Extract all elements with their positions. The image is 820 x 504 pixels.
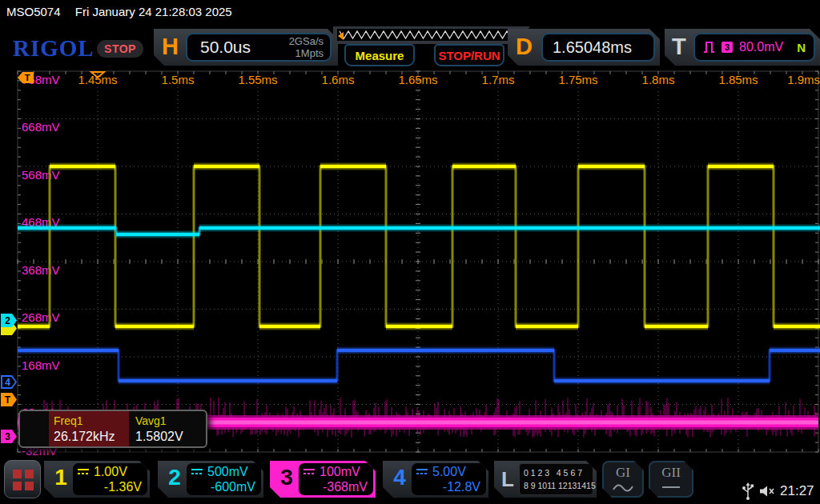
trigger-level-tab[interactable]: T (1, 393, 17, 406)
stop-run-button[interactable]: STOP/RUN (434, 44, 504, 66)
dc-coupling-icon (191, 468, 203, 476)
channel-scale: 100mV (320, 465, 360, 479)
trigger-sweep-mode: N (797, 41, 806, 54)
volt-label: 668mV (22, 120, 60, 134)
ribbon-strip (337, 29, 517, 41)
channel-offset: -368mV (303, 480, 369, 494)
timebase-value: 50.0us (200, 38, 251, 57)
model-name: MSO5074 (6, 5, 61, 18)
channel-offset: -600mV (191, 480, 257, 494)
channel-scale: 1.00V (94, 465, 127, 479)
h-label: H (162, 34, 179, 60)
bottom-status-bar: 1 1.00V -1.36V 2 (0, 456, 820, 504)
datetime: Fri January 24 21:28:03 2025 (75, 5, 232, 18)
stop-run-label: STOP/RUN (438, 49, 500, 62)
channel-number: 4 (389, 465, 410, 490)
time-label: 1.6ms (322, 73, 355, 86)
logic-row2: 8 9 1011 12131415 (524, 481, 596, 490)
clock: 21:27 (780, 483, 814, 499)
logic-channel-list: 0 1 2 3 4 5 6 78 9 1011 12131415 (519, 463, 593, 495)
time-label: 1.8ms (642, 73, 675, 86)
channel-number: 3 (276, 465, 297, 490)
trigger-level-value: 80.0mV (739, 40, 783, 54)
channel1-box[interactable]: 1 1.00V -1.36V (44, 461, 150, 498)
sample-rate: 2GSa/s (289, 35, 324, 47)
ribbon-left-arrow-icon (338, 32, 344, 40)
channel4-box[interactable]: 4 5.00V -12.8V (383, 461, 488, 498)
measurement-item-vavg1[interactable]: Vavg1 1.5802V (131, 411, 207, 446)
d-label: D (516, 34, 533, 60)
status-area: 21:27 (742, 456, 820, 504)
channel-offset: -1.36V (77, 480, 143, 494)
channel2-box[interactable]: 2 500mV -600mV (158, 461, 263, 498)
time-label: 1.9ms (787, 73, 820, 86)
measurement-value: 26.172kHz (54, 430, 124, 444)
time-label: 1.55ms (238, 73, 277, 86)
trigger-pulse-icon (703, 41, 715, 54)
time-label: 1.65ms (398, 73, 437, 86)
horizontal-timebase-box[interactable]: H 50.0us 2GSa/s 1Mpts (154, 29, 338, 66)
delay-display: 1.65048ms (541, 33, 655, 62)
channel3-box-selected[interactable]: 3 100mV -368mV (270, 461, 376, 498)
titlebar: MSO5074 Fri January 24 21:28:03 2025 (6, 5, 232, 18)
channel-scale: 500mV (207, 465, 248, 479)
rigol-logo: RIGOL (13, 35, 94, 62)
generator2-label: GII (650, 465, 692, 481)
channel-scale: 5.00V (432, 465, 466, 479)
generator1-label: GI (604, 465, 642, 481)
measurement-value: 1.5802V (135, 430, 203, 444)
time-label: 1.5ms (162, 73, 195, 86)
channel-offset: -12.8V (416, 480, 482, 494)
delay-value: 1.65048ms (553, 38, 632, 57)
trigger-box[interactable]: T 3 80.0mV N (665, 29, 820, 66)
ribbon-zigzag (337, 29, 517, 41)
volt-label: 168mV (22, 358, 60, 372)
time-label: 1.75ms (558, 73, 597, 86)
usb-icon (742, 482, 754, 501)
menu-button[interactable] (4, 460, 41, 498)
dc-coupling-icon (77, 468, 90, 476)
oscilloscope-screen: MSO5074 Fri January 24 21:28:03 2025 RIG… (0, 0, 820, 504)
volt-label: 268mV (22, 310, 60, 324)
memory-depth: 1Mpts (289, 47, 324, 59)
generator1-button[interactable]: GI (602, 461, 644, 498)
volt-label: 368mV (22, 263, 60, 277)
trigger-display: 3 80.0mV N (693, 33, 815, 62)
volt-label: 468mV (22, 215, 60, 229)
sine-icon (613, 482, 633, 493)
channel-values: 500mV -600mV (187, 463, 261, 495)
measurement-label: Freq1 (54, 414, 124, 427)
tab-label: 4 (5, 377, 10, 388)
channel-values: 1.00V -1.36V (73, 463, 147, 495)
run-state-badge: STOP (97, 40, 143, 58)
channel4-position-tab[interactable]: 4 (1, 375, 17, 389)
measurement-label: Vavg1 (135, 414, 203, 427)
measure-button[interactable]: Measure (344, 44, 415, 66)
trigger-source-badge: 3 (722, 42, 733, 53)
waveform-overview-ribbon[interactable] (333, 26, 530, 44)
measurement-popup[interactable]: Freq1 26.172kHz Vavg1 1.5802V (18, 410, 207, 448)
volt-label: 568mV (22, 168, 60, 182)
menu-grid-icon (13, 470, 34, 490)
channel-values: 5.00V -12.8V (412, 463, 486, 495)
dc-coupling-icon (303, 468, 316, 476)
logic-row1: 0 1 2 3 4 5 6 7 (524, 468, 582, 478)
delay-box[interactable]: D 1.65048ms (508, 29, 660, 66)
acquisition-info: 2GSa/s 1Mpts (289, 35, 324, 59)
channel-number: 1 (50, 465, 71, 490)
measurement-item-freq1[interactable]: Freq1 26.172kHz (49, 411, 129, 446)
channel-values: 100mV -368mV (299, 463, 373, 495)
time-label: 1.7ms (482, 73, 515, 86)
timebase-display: 50.0us 2GSa/s 1Mpts (186, 33, 332, 62)
t-label: T (672, 34, 686, 60)
speaker-muted-icon (759, 485, 777, 498)
logic-channels-box[interactable]: L 0 1 2 3 4 5 6 78 9 1011 12131415 (494, 461, 597, 498)
dc-coupling-icon (416, 468, 428, 476)
logic-label: L (501, 467, 514, 492)
trigger-time-indicator[interactable]: T (18, 72, 34, 83)
time-label: 1.45ms (78, 73, 117, 86)
channel3-position-tab[interactable]: 3 (1, 430, 17, 443)
flatline-icon (661, 482, 681, 493)
generator2-button[interactable]: GII (649, 461, 693, 498)
measure-label: Measure (356, 49, 404, 62)
